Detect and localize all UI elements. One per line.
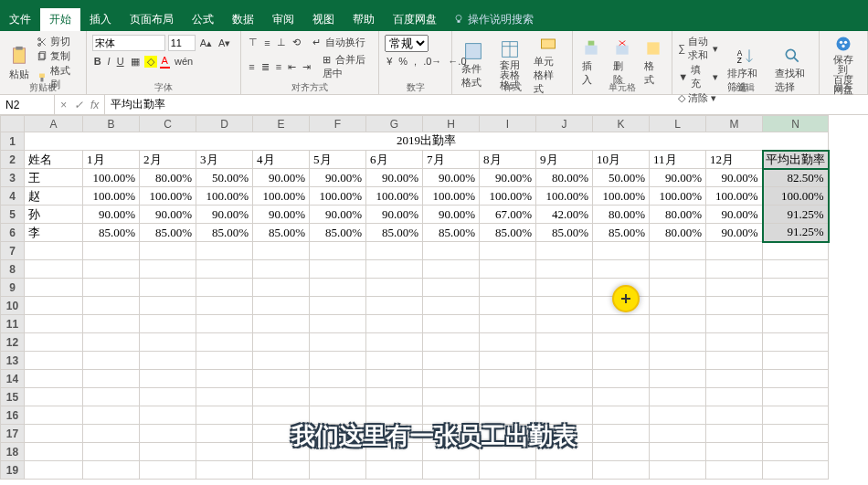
empty-cell[interactable]	[25, 333, 83, 352]
empty-cell[interactable]	[196, 406, 253, 425]
col-header-F[interactable]: F	[310, 116, 366, 132]
data-cell[interactable]: 90.00%	[196, 206, 253, 224]
name-cell[interactable]: 李	[25, 224, 83, 242]
wrap-button[interactable]: ↵ 自动换行	[311, 35, 369, 50]
tab-formula[interactable]: 公式	[183, 8, 223, 31]
empty-cell[interactable]	[650, 279, 706, 297]
col-label[interactable]: 11月	[650, 151, 706, 169]
autosum-button[interactable]: ∑ 自动求和 ▾	[678, 35, 718, 62]
font-size-input[interactable]	[168, 35, 196, 51]
empty-cell[interactable]	[480, 370, 536, 388]
empty-cell[interactable]	[480, 297, 536, 315]
data-cell[interactable]: 100.00%	[650, 187, 706, 206]
align-bot[interactable]: ⊥	[275, 36, 288, 49]
empty-cell[interactable]	[83, 388, 140, 406]
empty-cell[interactable]	[706, 461, 763, 480]
empty-cell[interactable]	[25, 425, 83, 443]
empty-cell[interactable]	[480, 260, 536, 279]
empty-cell[interactable]	[253, 370, 310, 388]
empty-cell[interactable]	[593, 333, 650, 352]
empty-cell[interactable]	[706, 297, 763, 315]
col-label[interactable]: 姓名	[25, 151, 83, 169]
data-cell[interactable]: 67.00%	[480, 206, 536, 224]
empty-cell[interactable]	[196, 388, 253, 406]
col-header-H[interactable]: H	[423, 116, 480, 132]
empty-cell[interactable]	[83, 279, 140, 297]
tab-layout[interactable]: 页面布局	[121, 8, 183, 31]
empty-cell[interactable]	[763, 333, 829, 352]
orientation[interactable]: ⟲	[291, 36, 302, 49]
data-cell[interactable]: 90.00%	[423, 169, 480, 187]
empty-cell[interactable]	[140, 297, 196, 315]
font-name-input[interactable]	[92, 35, 165, 51]
empty-cell[interactable]	[140, 242, 196, 260]
empty-cell[interactable]	[650, 260, 706, 279]
empty-cell[interactable]	[253, 242, 310, 260]
name-cell[interactable]: 孙	[25, 206, 83, 224]
col-header-I[interactable]: I	[480, 116, 536, 132]
avg-header[interactable]: 平均出勤率	[763, 151, 829, 169]
empty-cell[interactable]	[536, 242, 593, 260]
col-header-J[interactable]: J	[536, 116, 593, 132]
copy-button[interactable]: 复制	[37, 49, 80, 63]
empty-cell[interactable]	[706, 425, 763, 443]
cancel-icon[interactable]: ×	[60, 99, 67, 111]
empty-cell[interactable]	[140, 388, 196, 406]
empty-cell[interactable]	[196, 461, 253, 480]
empty-cell[interactable]	[706, 443, 763, 461]
row-header[interactable]: 7	[1, 242, 25, 260]
row-header[interactable]: 1	[1, 132, 25, 151]
col-label[interactable]: 12月	[706, 151, 763, 169]
empty-cell[interactable]	[253, 279, 310, 297]
empty-cell[interactable]	[706, 279, 763, 297]
empty-cell[interactable]	[310, 242, 366, 260]
empty-cell[interactable]	[196, 425, 253, 443]
empty-cell[interactable]	[593, 388, 650, 406]
tab-data[interactable]: 数据	[223, 8, 263, 31]
data-cell[interactable]: 85.00%	[140, 224, 196, 242]
tab-baidu[interactable]: 百度网盘	[384, 8, 446, 31]
data-cell[interactable]: 100.00%	[83, 169, 140, 187]
row-header[interactable]: 10	[1, 297, 25, 315]
align-right[interactable]: ≡	[274, 60, 283, 73]
empty-cell[interactable]	[83, 333, 140, 352]
percent-button[interactable]: %	[397, 55, 409, 68]
empty-cell[interactable]	[25, 279, 83, 297]
empty-cell[interactable]	[536, 388, 593, 406]
empty-cell[interactable]	[763, 461, 829, 480]
empty-cell[interactable]	[763, 443, 829, 461]
empty-cell[interactable]	[650, 461, 706, 480]
empty-cell[interactable]	[593, 443, 650, 461]
data-cell[interactable]: 100.00%	[140, 187, 196, 206]
row-header[interactable]: 2	[1, 151, 25, 169]
data-cell[interactable]: 85.00%	[536, 224, 593, 242]
col-header-C[interactable]: C	[140, 116, 196, 132]
enter-icon[interactable]: ✓	[74, 99, 83, 111]
data-cell[interactable]: 80.00%	[536, 169, 593, 187]
col-label[interactable]: 9月	[536, 151, 593, 169]
col-header-E[interactable]: E	[253, 116, 310, 132]
increase-font-button[interactable]: A▴	[198, 37, 214, 50]
empty-cell[interactable]	[423, 260, 480, 279]
empty-cell[interactable]	[593, 242, 650, 260]
empty-cell[interactable]	[25, 352, 83, 370]
avg-cell[interactable]: 82.50%	[763, 169, 829, 187]
data-cell[interactable]: 90.00%	[366, 206, 423, 224]
tab-review[interactable]: 审阅	[263, 8, 303, 31]
row-header[interactable]: 8	[1, 260, 25, 279]
row-header[interactable]: 9	[1, 279, 25, 297]
empty-cell[interactable]	[366, 279, 423, 297]
empty-cell[interactable]	[480, 279, 536, 297]
empty-cell[interactable]	[423, 388, 480, 406]
fill-color-button[interactable]: ◇	[144, 56, 157, 68]
name-box[interactable]: N2	[0, 95, 55, 114]
empty-cell[interactable]	[423, 242, 480, 260]
row-header[interactable]: 15	[1, 388, 25, 406]
empty-cell[interactable]	[83, 443, 140, 461]
col-header-K[interactable]: K	[593, 116, 650, 132]
avg-cell[interactable]: 91.25%	[763, 224, 829, 242]
col-header-D[interactable]: D	[196, 116, 253, 132]
empty-cell[interactable]	[423, 297, 480, 315]
empty-cell[interactable]	[536, 461, 593, 480]
empty-cell[interactable]	[763, 315, 829, 333]
